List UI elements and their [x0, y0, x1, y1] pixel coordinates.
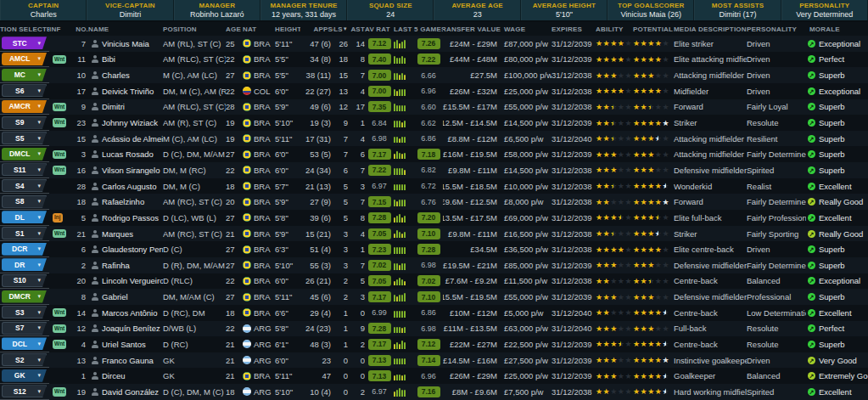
player-name-cell[interactable]: Carlos Augusto — [88, 178, 163, 194]
column-header-avrat[interactable]: AV RAT — [365, 22, 394, 36]
player-name-cell[interactable]: Franco Gauna — [88, 352, 163, 369]
column-header-value[interactable]: TRANSFER VALUE — [443, 22, 501, 36]
player-name-cell[interactable]: Rodrigo Passos — [88, 210, 163, 226]
table-row-player[interactable]: STC▾7Vinicius MaiaAM (RL), ST (C)25BRA5'… — [0, 36, 868, 52]
column-header-morale[interactable]: MORALE — [806, 22, 868, 36]
column-header-nat[interactable]: NAT — [243, 22, 275, 36]
column-header-expires[interactable]: EXPIRES — [552, 22, 596, 36]
table-row-player[interactable]: S6▾17Deivick TriviñoDM, M (C), AM (RC)22… — [0, 83, 868, 99]
table-row-player[interactable]: MC▾10CharlesM (C), AM (LC)27BRA5'5"38 (1… — [0, 67, 868, 83]
position-badge[interactable]: S5▾ — [2, 132, 47, 144]
position-badge[interactable]: S8▾ — [2, 195, 47, 208]
table-row-player[interactable]: DMCR▾8GabrielDM, M/AM (C)27BRA5'11"45 (6… — [0, 289, 868, 305]
position-badge[interactable]: DL▾ — [2, 211, 47, 223]
position-badge[interactable]: S4▾ — [2, 179, 47, 192]
player-name-cell[interactable]: Uriel Santos — [88, 336, 163, 352]
table-row-player[interactable]: DR▾2RafinhaD (R), DM, M/AM (C)27BRA5'10"… — [0, 257, 868, 273]
wanted-tag[interactable]: Wnt — [53, 166, 66, 175]
table-row-player[interactable]: S3▾Wnt14Marcos AntônioD (RC), DM18BRA6'6… — [0, 305, 868, 321]
wanted-tag[interactable]: Wnt — [53, 387, 66, 397]
column-header-pos[interactable]: TION SELECTED — [0, 22, 49, 36]
column-header-gls[interactable]: GLS ▼ — [333, 22, 348, 36]
position-badge[interactable]: S3▾ — [2, 306, 47, 318]
position-badge[interactable]: S7▾ — [2, 322, 47, 335]
player-name-cell[interactable]: Lucas Rosado — [88, 146, 163, 162]
player-name-cell[interactable]: Glaudestony Penchel — [88, 241, 163, 257]
table-row-player[interactable]: S7▾Wnt12Joaquín BenítezD/WB (L)22ARG5'8"… — [0, 321, 868, 337]
wanted-tag[interactable]: Wnt — [53, 324, 66, 334]
column-header-inf[interactable]: INF — [49, 22, 71, 36]
table-row-player[interactable]: S1▾Wnt21MarquesAM (RC), ST (C)21BRA5'9"1… — [0, 226, 868, 242]
column-header-ability[interactable]: ABILITY — [596, 22, 633, 36]
position-badge[interactable]: GK▾ — [2, 369, 47, 382]
player-name-cell[interactable]: Lincoln Vergueiro — [88, 273, 163, 290]
position-badge[interactable]: DMCR▾ — [2, 290, 47, 303]
player-name-cell[interactable]: Marcos Antônio — [88, 305, 163, 321]
wanted-tag[interactable]: Wnt — [53, 229, 66, 239]
table-row-player[interactable]: S11▾Wnt16Vilson SirangeloDM, M (RC)22BRA… — [0, 162, 868, 178]
table-row-player[interactable]: DCR▾6Glaudestony PenchelD (C)27BRA6'3"51… — [0, 241, 868, 257]
position-badge[interactable]: S2▾ — [2, 353, 47, 366]
table-row-player[interactable]: AMCL▾Wnt11BibiAM (RLC), ST (C)22BRA5'5"3… — [0, 52, 868, 68]
position-badge[interactable]: MC▾ — [2, 69, 47, 82]
table-row-player[interactable]: GK▾1DirceuGK21BRA5'11"47007.136.96£26M -… — [0, 368, 868, 384]
position-badge[interactable]: DCL▾ — [2, 337, 47, 350]
position-badge[interactable]: S12▾ — [2, 385, 47, 397]
player-name-cell[interactable]: Johnny Wiziack — [88, 115, 163, 131]
player-name-cell[interactable]: Joaquín Benítez — [88, 321, 163, 337]
position-badge[interactable]: S6▾ — [2, 84, 47, 97]
column-header-height[interactable]: HEIGHT — [275, 22, 300, 36]
player-name-cell[interactable]: Marques — [88, 226, 163, 242]
column-header-no[interactable]: NO. — [71, 22, 88, 36]
table-row-player[interactable]: DL▾Inj5Rodrigo PassosD (LC), WB (L)27BRA… — [0, 210, 868, 226]
wanted-tag[interactable]: Wnt — [53, 55, 66, 65]
table-row-player[interactable]: S10▾20Lincoln VergueiroD (RLC)22BRA6'0"2… — [0, 273, 868, 290]
table-row-player[interactable]: S4▾28Carlos AugustoDM, M (C)18BRA5'7"21 … — [0, 178, 868, 194]
column-header-personality[interactable]: PERSONALITY — [747, 22, 806, 36]
table-row-player[interactable]: AMCR▾Wnt9DimitriAM (RLC), ST (C)28BRA5'9… — [0, 99, 868, 115]
wanted-tag[interactable]: Wnt — [53, 150, 66, 160]
column-header-ast[interactable]: AST — [348, 22, 365, 36]
table-row-player[interactable]: S12▾Wnt19David GonzálezD (C), DM, M (C)1… — [0, 384, 868, 400]
table-row-player[interactable]: DCL▾Wnt4Uriel SantosD (RC)21ARG6'1"48 (3… — [0, 336, 868, 352]
position-badge[interactable]: AMCL▾ — [2, 53, 47, 65]
player-name-cell[interactable]: Gabriel — [88, 289, 163, 305]
column-header-last5[interactable]: LAST 5 GAMES — [394, 22, 443, 36]
table-row-player[interactable]: S9▾Wnt23Johnny WiziackAM (R), ST (C)19BR… — [0, 115, 868, 131]
column-header-wage[interactable]: WAGE — [501, 22, 552, 36]
injured-tag[interactable]: Inj — [53, 213, 63, 223]
position-badge[interactable]: S1▾ — [2, 227, 47, 239]
player-name-cell[interactable]: Rafaelzinho — [88, 194, 163, 210]
player-name-cell[interactable]: Dirceu — [88, 368, 163, 384]
wanted-tag[interactable]: Wnt — [53, 308, 66, 318]
player-name-cell[interactable]: Charles — [88, 67, 163, 83]
table-row-player[interactable]: S5▾15Acássio de AlmeidaM (C), AM (LC)19B… — [0, 131, 868, 147]
column-header-potential[interactable]: POTENTIAL — [633, 22, 674, 36]
position-badge[interactable]: S10▾ — [2, 274, 47, 287]
column-header-apps[interactable]: APPS — [300, 22, 333, 36]
column-header-position[interactable]: POSITION — [163, 22, 226, 36]
wanted-tag[interactable]: Wnt — [53, 118, 66, 127]
player-name-cell[interactable]: Acássio de Almeida — [88, 131, 163, 147]
player-name-cell[interactable]: Rafinha — [88, 257, 163, 273]
table-row-player[interactable]: S2▾13Franco GaunaGK21ARG6'0"23007.137.14… — [0, 352, 868, 369]
table-row-player[interactable]: S8▾18RafaelzinhoAM (RC), ST (C)20BRA5'9"… — [0, 194, 868, 210]
wanted-tag[interactable]: Wnt — [53, 340, 66, 349]
player-name-cell[interactable]: Deivick Triviño — [88, 83, 163, 99]
column-header-age[interactable]: AGE — [226, 22, 243, 36]
table-row-player[interactable]: DMCL▾Wnt3Lucas RosadoD (C), DM, M/AM (C)… — [0, 146, 868, 162]
position-badge[interactable]: DR▾ — [2, 258, 47, 271]
position-badge[interactable]: S9▾ — [2, 116, 47, 129]
position-badge[interactable]: S11▾ — [2, 163, 47, 176]
player-name-cell[interactable]: Vinicius Maia — [88, 36, 163, 52]
wanted-tag[interactable]: Wnt — [53, 103, 66, 112]
player-name-cell[interactable]: Dimitri — [88, 99, 163, 115]
position-badge[interactable]: STC▾ — [2, 37, 47, 49]
position-badge[interactable]: DMCL▾ — [2, 148, 47, 161]
player-name-cell[interactable]: David González — [88, 384, 163, 400]
position-badge[interactable]: AMCR▾ — [2, 100, 47, 113]
player-name-cell[interactable]: Bibi — [88, 52, 163, 68]
player-name-cell[interactable]: Vilson Sirangelo — [88, 162, 163, 178]
column-header-media[interactable]: MEDIA DESCRIPTION — [674, 22, 747, 36]
column-header-name[interactable]: NAME — [88, 22, 163, 36]
